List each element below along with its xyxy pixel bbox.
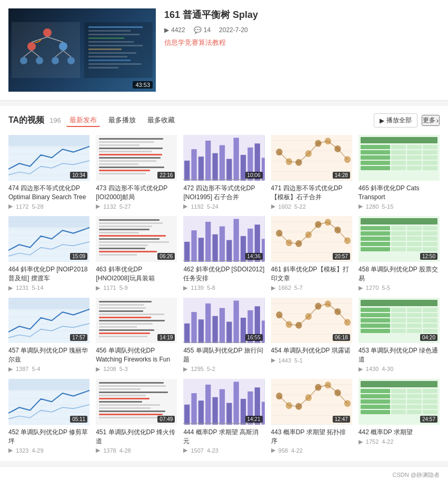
svg-rect-29: [234, 138, 239, 180]
video-duration: 15:09: [70, 253, 87, 260]
video-card-meta: ▶ 1132 5-27: [96, 203, 177, 210]
play-all-button[interactable]: ▶ 播放全部: [374, 113, 417, 128]
video-card[interactable]: 04:20 453 单调队列优化DP 绿色通道 ▶ 1430 4-30: [359, 298, 440, 373]
video-card[interactable]: 12:47 443 概率DP 求期望 拓扑排序 ▶ 958 4-22: [271, 379, 352, 454]
comment-icon: 💬: [194, 26, 202, 34]
ta-header-left: TA的视频 196 最新发布 最多播放 最多收藏: [8, 114, 178, 127]
video-thumbnail-wrap: 14:36: [183, 216, 264, 262]
video-card[interactable]: 465 斜率优化DP Cats Transport ▶ 1280 5-15: [359, 135, 440, 210]
video-date: 5-3: [120, 366, 128, 372]
video-card[interactable]: 22:16 473 四边形不等式优化DP [IOI2000]邮局 ▶ 1132 …: [96, 135, 177, 210]
video-duration: 17:57: [70, 334, 87, 341]
play-all-icon: ▶: [380, 117, 384, 124]
video-views: 1270: [366, 285, 379, 291]
video-card[interactable]: 14:36 462 斜率优化DP [SDOI2012] 任务安排 ▶ 1139 …: [183, 216, 264, 291]
video-thumbnail-wrap: 12:50: [359, 216, 440, 262]
video-card[interactable]: 06:26 463 斜率优化DP [HNOI2008]玩具装箱 ▶ 1171 5…: [96, 216, 177, 291]
svg-rect-58: [192, 230, 197, 262]
video-card[interactable]: 24:57 442 概率DP 求期望 ▶ 1752 4-22: [359, 379, 440, 454]
video-thumbnail-wrap: 10:06: [183, 135, 264, 181]
tab-latest[interactable]: 最新发布: [66, 114, 100, 127]
video-thumbnail-wrap: 15:09: [8, 216, 89, 262]
svg-rect-98: [227, 321, 232, 343]
svg-line-8: [47, 37, 63, 42]
video-play-icon: ▶: [359, 285, 363, 291]
video-play-icon: ▶: [271, 203, 275, 210]
svg-point-1: [27, 42, 36, 51]
video-card-title: 442 概率DP 求期望: [359, 428, 440, 437]
video-card[interactable]: 10:34 474 四边形不等式优化DP Optimal Binary Sear…: [8, 135, 89, 210]
svg-rect-22: [184, 161, 190, 181]
ta-section-title: TA的视频: [8, 115, 44, 126]
video-card[interactable]: 10:06 472 四边形不等式优化DP [NOI1995] 石子合并 ▶ 11…: [183, 135, 264, 210]
video-card[interactable]: 05:11 452 单调队列优化DP 修剪草坪 ▶ 1323 4-29: [8, 379, 89, 454]
svg-point-0: [43, 28, 52, 37]
video-play-icon: ▶: [359, 203, 363, 210]
svg-rect-128: [192, 393, 197, 425]
video-card[interactable]: 12:50 458 单调队列优化DP 股票交易 ▶ 1270 5-5: [359, 216, 440, 291]
video-views: 1192: [191, 203, 203, 210]
ta-header: TA的视频 196 最新发布 最多播放 最多收藏 ▶ 播放全部 更多 ›: [8, 113, 440, 128]
video-card[interactable]: 06:18 454 单调队列优化DP 琪露诺 ▶ 1443 5-1: [271, 298, 352, 373]
video-thumbnail-wrap: 10:34: [8, 135, 89, 181]
svg-line-11: [55, 51, 63, 57]
svg-rect-94: [198, 319, 204, 344]
svg-rect-62: [220, 227, 225, 262]
video-card-title: 471 四边形不等式优化DP 【模板】石子合并: [271, 184, 352, 202]
more-button[interactable]: 更多 ›: [422, 115, 440, 126]
top-video-title: 161 普通平衡树 Splay: [164, 8, 440, 21]
video-card[interactable]: 16:55 455 单调队列优化DP 旅行问题 ▶ 1295 5-2: [183, 298, 264, 373]
play-all-label: 播放全部: [386, 116, 412, 125]
tab-most-collected[interactable]: 最多收藏: [144, 114, 178, 127]
video-date: 4-28: [120, 447, 131, 454]
video-card[interactable]: 14:19 456 单调队列优化DP Watching Fireworks is…: [96, 298, 177, 373]
top-video-thumbnail[interactable]: 43:53: [8, 8, 156, 92]
video-date: 5-1: [294, 357, 303, 364]
video-views: 1387: [16, 366, 28, 372]
video-date: 5-28: [32, 203, 43, 210]
video-thumbnail-wrap: 20:57: [271, 216, 352, 262]
video-card-title: 463 斜率优化DP [HNOI2008]玩具装箱: [96, 265, 177, 283]
video-card[interactable]: 17:57 457 单调队列优化DP 瑰丽华尔兹 ▶ 1387 5-4: [8, 298, 89, 373]
video-views: 1171: [103, 285, 116, 291]
video-card-meta: ▶ 1139 5-8: [183, 285, 264, 291]
video-play-icon: ▶: [8, 285, 13, 291]
video-views: 1231: [16, 285, 28, 291]
video-thumbnail-wrap: 24:57: [359, 379, 440, 425]
video-card[interactable]: 20:57 461 斜率优化DP【模板】打印文章 ▶ 1662 5-7: [271, 216, 352, 291]
video-card-meta: ▶ 1602 5-22: [271, 203, 352, 210]
video-date: 5-7: [294, 285, 303, 291]
video-tag[interactable]: 信息学竞赛算法教程: [164, 38, 440, 47]
video-card[interactable]: 15:09 464 斜率优化DP [NOIP2018 普及组] 摆渡车 ▶ 12…: [8, 216, 89, 291]
ta-header-right: ▶ 播放全部 更多 ›: [374, 113, 440, 128]
video-card-title: 457 单调队列优化DP 瑰丽华尔兹: [8, 346, 89, 364]
video-date: 5-15: [382, 203, 393, 210]
video-card[interactable]: 14:21 444 概率DP 求期望 高斯消元 ▶ 1507 4-23: [183, 379, 264, 454]
video-card-meta: ▶ 1507 4-23: [183, 447, 264, 454]
video-play-icon: ▶: [271, 357, 275, 364]
video-card-title: 444 概率DP 求期望 高斯消元: [183, 428, 264, 446]
video-views: 1602: [278, 203, 291, 210]
video-thumbnail-wrap: 14:19: [96, 298, 177, 344]
video-card-meta: ▶ 958 4-22: [271, 447, 352, 454]
video-date: 5-24: [207, 203, 218, 210]
video-date: 4-29: [32, 447, 43, 454]
video-duration: 14:21: [245, 416, 263, 423]
video-views: 1662: [278, 285, 291, 291]
video-card-title: 455 单调队列优化DP 旅行问题: [183, 346, 264, 364]
video-date: 5-2: [207, 366, 215, 372]
video-card[interactable]: 14:28 471 四边形不等式优化DP 【模板】石子合并 ▶ 1602 5-2…: [271, 135, 352, 210]
video-card-meta: ▶ 1323 4-29: [8, 447, 89, 454]
video-card-title: 456 单调队列优化DP Watching Fireworks is Fun: [96, 346, 177, 364]
svg-rect-61: [213, 234, 218, 262]
svg-rect-132: [220, 389, 225, 424]
video-duration: 12:47: [333, 416, 350, 423]
video-duration: 24:57: [420, 416, 437, 423]
video-date: 4-22: [291, 447, 303, 454]
tab-most-played[interactable]: 最多播放: [105, 114, 139, 127]
video-views: 1323: [16, 447, 28, 454]
video-card[interactable]: 07:49 451 单调队列优化DP 烽火传道 ▶ 1378 4-28: [96, 379, 177, 454]
video-duration: 14:28: [333, 172, 350, 179]
video-play-icon: ▶: [359, 366, 363, 373]
video-views: 1208: [103, 366, 116, 372]
